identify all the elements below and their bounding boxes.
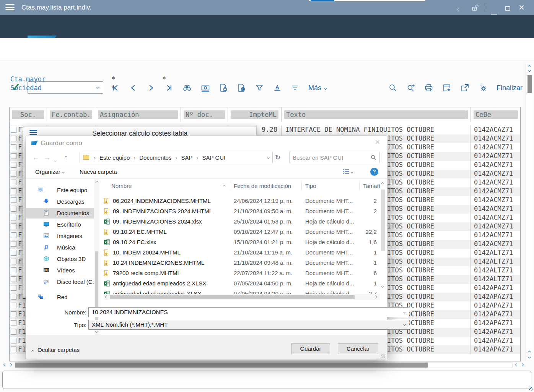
scrollbar-thumb[interactable]	[527, 75, 532, 93]
row-checkbox[interactable]	[11, 241, 16, 247]
dialog-close-icon[interactable]: ×	[370, 136, 385, 149]
organize-menu[interactable]: Organizar	[35, 168, 64, 175]
sidebar-item-m-sica[interactable]: Música	[26, 242, 94, 253]
file-row[interactable]: 06.2024 INDEMNIZACIONES.MHTML24/06/2024 …	[104, 196, 380, 206]
row-checkbox[interactable]	[11, 197, 16, 203]
breadcrumb-item[interactable]: Documentos	[138, 154, 172, 161]
row-checkbox[interactable]	[11, 232, 16, 238]
sidebar-item-im-genes[interactable]: Imágenes	[26, 231, 94, 241]
hide-folders-button[interactable]: Ocultar carpetas	[32, 347, 80, 353]
refresh-icon[interactable]: ↻	[275, 154, 280, 162]
close-icon[interactable]: ×	[519, 0, 524, 15]
scrollbar-thumb[interactable]	[110, 295, 355, 299]
sidebar-item-descargas[interactable]: Descargas	[26, 196, 94, 207]
nav-up-icon[interactable]: ↑	[64, 154, 68, 162]
horizontal-scrollbar[interactable]	[0, 362, 534, 369]
row-checkbox[interactable]	[11, 267, 16, 273]
file-row[interactable]: 79200 recla comp.MHTML22/07/2024 11:22 a…	[104, 268, 380, 278]
file-list-hscrollbar[interactable]	[104, 294, 380, 300]
filetype-select[interactable]: XML-Nom.fich (*.MHT),*.MHT	[88, 320, 409, 330]
address-dropdown-icon[interactable]	[267, 156, 270, 159]
row-checkbox[interactable]	[11, 347, 16, 352]
sort-ascending-icon[interactable]	[223, 182, 225, 188]
search-icon[interactable]	[388, 83, 398, 93]
scroll-down-icon[interactable]	[95, 330, 98, 333]
file-list-vscrollbar[interactable]	[380, 181, 386, 289]
vertical-scrollbar[interactable]	[526, 63, 533, 360]
menu-hamburger-icon[interactable]	[5, 4, 15, 11]
scroll-up-icon[interactable]	[381, 182, 384, 185]
breadcrumb-item[interactable]: SAP	[180, 154, 193, 161]
row-checkbox[interactable]	[11, 215, 16, 220]
print-icon[interactable]	[424, 83, 434, 93]
scroll-up-icon[interactable]	[528, 65, 531, 68]
row-checkbox[interactable]	[11, 162, 16, 168]
finalizar-button[interactable]: Finalizar	[497, 84, 523, 92]
resize-grip[interactable]	[381, 354, 385, 358]
scroll-down-icon[interactable]	[528, 355, 531, 358]
row-checkbox[interactable]	[11, 311, 16, 317]
row-checkbox[interactable]	[11, 171, 16, 177]
list-column-header-2[interactable]: Tipo	[305, 183, 316, 189]
filter-icon[interactable]	[254, 83, 264, 93]
sort-ascending-icon[interactable]	[272, 83, 282, 93]
sidebar-item-objetos-3d[interactable]: Objetos 3D	[26, 254, 94, 264]
row-checkbox[interactable]	[11, 250, 16, 256]
scroll-up-icon[interactable]	[95, 181, 98, 184]
last-page-icon[interactable]	[164, 83, 174, 93]
file-row[interactable]: 10.24 INDEMNIZACIONES.MHTML21/10/2024 09…	[104, 258, 380, 268]
settings-icon[interactable]	[478, 83, 488, 93]
scroll-left-icon[interactable]	[515, 363, 518, 366]
row-checkbox[interactable]	[11, 188, 16, 194]
scroll-right-icon[interactable]	[521, 363, 524, 366]
row-checkbox[interactable]	[11, 180, 16, 185]
search-box[interactable]: Buscar en SAP GUI	[289, 152, 380, 163]
more-menu[interactable]: Más	[308, 84, 327, 92]
sidebar-item-este-equipo[interactable]: Este equipo	[26, 185, 94, 196]
find-icon[interactable]	[182, 83, 192, 93]
row-checkbox[interactable]	[11, 329, 16, 335]
file-row[interactable]: 10. INDEM 20024.MHTML21/10/2024 11:19 a.…	[104, 247, 380, 258]
row-checkbox[interactable]	[11, 285, 16, 291]
row-checkbox[interactable]	[11, 224, 16, 229]
export-web-icon[interactable]	[236, 83, 246, 93]
sidebar-item-v-deos[interactable]: Vídeos	[26, 265, 94, 276]
row-checkbox[interactable]	[11, 259, 16, 264]
new-folder-button[interactable]: Nueva carpeta	[80, 168, 117, 175]
column-header-1[interactable]: Fe.contab.	[47, 107, 95, 122]
scrollbar-thumb[interactable]	[15, 363, 428, 368]
scroll-left-icon[interactable]	[3, 363, 7, 366]
scroll-right-icon[interactable]	[374, 295, 377, 298]
row-checkbox[interactable]	[11, 136, 16, 141]
nav-history-icon[interactable]	[54, 156, 56, 164]
row-checkbox[interactable]	[11, 153, 16, 159]
scrollbar-thumb[interactable]	[381, 190, 385, 251]
list-column-header-0[interactable]: Nombre	[111, 183, 132, 189]
row-checkbox[interactable]	[11, 294, 16, 300]
row-checkbox[interactable]	[11, 303, 16, 308]
column-header-6[interactable]: CeBe	[471, 107, 521, 122]
row-checkbox[interactable]	[11, 144, 16, 150]
nav-back-icon[interactable]: ←	[32, 154, 39, 162]
column-header-0[interactable]: Soc.	[10, 107, 47, 122]
file-row[interactable]: 09. INDEMNIZACIONES 2024.MHTML21/10/2024…	[104, 206, 380, 216]
list-column-header-1[interactable]: Fecha de modificación	[234, 183, 291, 189]
file-row[interactable]: 09.10.24 EC.xlsx15/10/2024 01:21 p. m.Ho…	[104, 237, 380, 247]
window-resize-grip[interactable]	[529, 387, 533, 390]
sort-descending-icon[interactable]	[290, 83, 300, 93]
scroll-up-icon[interactable]	[528, 351, 531, 354]
scroll-right-icon[interactable]	[9, 363, 12, 366]
scroll-left-icon[interactable]	[105, 295, 108, 298]
column-header-3[interactable]: Nº doc.	[181, 107, 228, 122]
display-currency-icon[interactable]	[200, 83, 210, 93]
next-page-icon[interactable]	[146, 83, 156, 93]
sidebar-item-documentos[interactable]: Documentos	[26, 208, 94, 219]
column-header-2[interactable]: Asignación	[95, 107, 181, 122]
column-header-4[interactable]: ImpteML	[228, 107, 282, 122]
view-mode-button[interactable]	[343, 168, 353, 175]
row-checkbox[interactable]	[11, 338, 16, 343]
previous-page-icon[interactable]	[128, 83, 138, 93]
add-favorite-icon[interactable]	[442, 83, 452, 93]
scroll-down-icon[interactable]	[381, 285, 384, 288]
file-row[interactable]: 09. INDEMNIZACIONES 2024.xlsx25/10/2024 …	[104, 216, 380, 227]
